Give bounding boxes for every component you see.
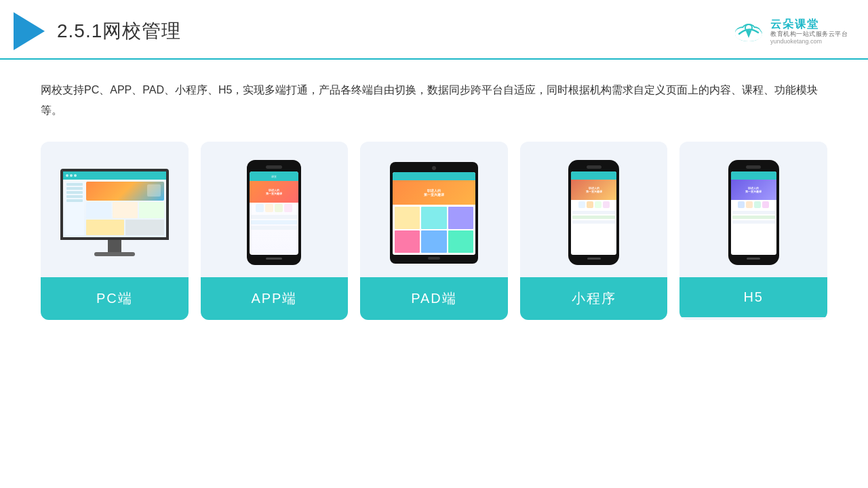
app-image-area: 课堂 职进人的第一堂兴趣课 bbox=[201, 142, 349, 277]
card-miniprogram-label: 小程序 bbox=[520, 277, 668, 320]
description-text: 网校支持PC、APP、PAD、小程序、H5，实现多端打通，产品各终端自由切换，数… bbox=[41, 80, 827, 121]
pc-monitor-icon bbox=[60, 169, 169, 256]
pad-tablet-icon: 职进人的第一堂兴趣课 bbox=[390, 162, 478, 264]
pc-image-area bbox=[41, 142, 189, 277]
miniprogram-phone-icon: 职进人的第一堂兴趣课 bbox=[568, 160, 619, 265]
card-h5-label: H5 bbox=[679, 277, 827, 317]
card-app: 课堂 职进人的第一堂兴趣课 bbox=[201, 142, 349, 320]
title-main: 网校管理 bbox=[102, 20, 181, 41]
miniprogram-image-area: 职进人的第一堂兴趣课 bbox=[520, 142, 668, 277]
app-phone-icon: 课堂 职进人的第一堂兴趣课 bbox=[247, 160, 301, 265]
card-miniprogram: 职进人的第一堂兴趣课 bbox=[520, 142, 668, 320]
header: 2.5.1网校管理 云朵课堂 教育机构一站式服务云平台 bbox=[0, 0, 868, 60]
brand-sub-text: 教育机构一站式服务云平台 bbox=[770, 30, 848, 38]
brand-text: 云朵课堂 教育机构一站式服务云平台 yunduoketang.com bbox=[770, 18, 848, 45]
cards-container: PC端 课堂 职进人的第一堂兴趣课 bbox=[41, 142, 827, 320]
brand-logo: 云朵课堂 教育机构一站式服务云平台 yunduoketang.com bbox=[732, 18, 848, 45]
pad-image-area: 职进人的第一堂兴趣课 bbox=[360, 142, 508, 277]
main-content: 网校支持PC、APP、PAD、小程序、H5，实现多端打通，产品各终端自由切换，数… bbox=[0, 60, 868, 333]
card-pad: 职进人的第一堂兴趣课 bbox=[360, 142, 508, 320]
card-pc: PC端 bbox=[41, 142, 189, 320]
h5-phone-icon: 职进人的第一堂兴趣课 bbox=[728, 160, 779, 265]
brand-name-text: 云朵课堂 bbox=[770, 18, 848, 30]
page-title: 2.5.1网校管理 bbox=[57, 18, 181, 44]
header-left: 2.5.1网校管理 bbox=[14, 12, 181, 50]
card-pad-label: PAD端 bbox=[360, 277, 508, 320]
brand-url-text: yunduoketang.com bbox=[770, 38, 848, 45]
card-pc-label: PC端 bbox=[41, 277, 189, 320]
brand-cloud-icon bbox=[732, 19, 765, 43]
logo-triangle-icon bbox=[14, 12, 45, 50]
title-prefix: 2.5.1 bbox=[57, 20, 102, 41]
card-h5: 职进人的第一堂兴趣课 bbox=[679, 142, 827, 320]
h5-image-area: 职进人的第一堂兴趣课 bbox=[679, 142, 827, 277]
card-app-label: APP端 bbox=[201, 277, 349, 320]
